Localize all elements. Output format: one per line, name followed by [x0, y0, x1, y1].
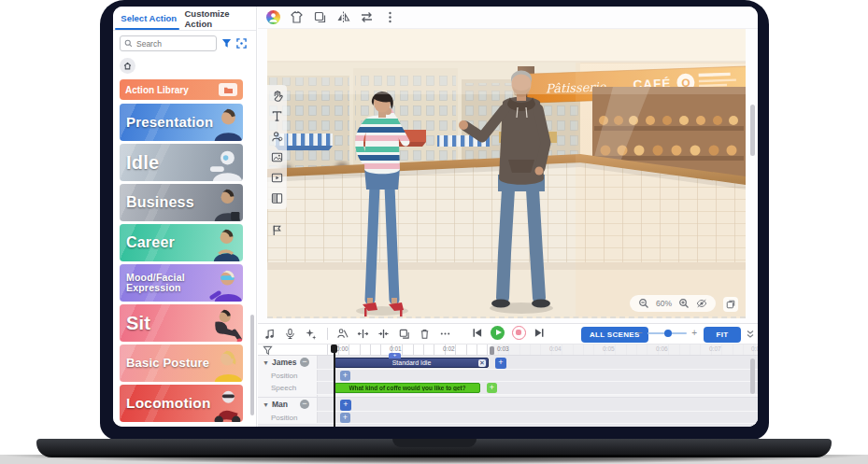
zoom-in-icon[interactable]: [678, 298, 690, 309]
tab-select-action[interactable]: Select Action: [113, 7, 185, 30]
search-input[interactable]: [120, 35, 217, 51]
timeline-scrollbar[interactable]: [750, 359, 755, 394]
fit-button[interactable]: FIT: [704, 327, 741, 343]
play-button[interactable]: [491, 326, 505, 340]
record-voice-icon[interactable]: [284, 328, 296, 340]
category-label: Presentation: [126, 115, 213, 129]
more-icon[interactable]: [383, 10, 397, 24]
chevron-down-icon[interactable]: ▼: [263, 401, 269, 408]
sidebar-scrollbar[interactable]: [250, 315, 254, 415]
chevron-down-icon[interactable]: ▼: [263, 359, 269, 366]
outfit-icon[interactable]: [290, 10, 304, 24]
ruler-label: 0:03: [497, 345, 509, 352]
more-tools-icon[interactable]: [439, 328, 451, 340]
focus-icon[interactable]: [236, 38, 247, 49]
slider-handle[interactable]: [664, 330, 672, 337]
subtrack-name: Position: [271, 372, 297, 380]
add-action-button[interactable]: +: [340, 400, 351, 411]
image-tool-icon[interactable]: [271, 151, 283, 163]
skip-start-icon[interactable]: [471, 327, 483, 339]
scene-viewport: Pâtisserie CAFÉ Q: [258, 7, 758, 323]
effects-icon[interactable]: [305, 328, 317, 340]
action-library-label: Action Library: [125, 85, 219, 95]
viewport-scrollbar[interactable]: [750, 105, 755, 156]
category-basic-posture[interactable]: Basic Posture: [120, 344, 243, 382]
track-filter-icon[interactable]: [263, 345, 273, 356]
category-career[interactable]: Career: [120, 224, 243, 261]
character-tool-icon[interactable]: [271, 131, 283, 143]
playhead-handle[interactable]: [331, 344, 337, 353]
speech-block[interactable]: What kind of coffe would you like to get…: [334, 383, 480, 393]
duplicate-clip-icon[interactable]: [398, 328, 410, 340]
hide-ui-eye-icon[interactable]: [696, 298, 707, 309]
category-label: Mood/Facial Expression: [126, 273, 236, 292]
stop-button[interactable]: [512, 326, 526, 340]
marker-tool[interactable]: [271, 223, 283, 240]
split-screen-tool-icon[interactable]: [271, 192, 283, 204]
home-icon: [123, 62, 132, 70]
action-block[interactable]: Standard Idle ✕: [334, 358, 489, 368]
folder-icon[interactable]: [219, 83, 237, 96]
action-library-header[interactable]: Action Library: [120, 79, 243, 100]
category-presentation[interactable]: Presentation: [120, 104, 243, 141]
add-position-button[interactable]: +: [340, 413, 350, 423]
scene-end-marker[interactable]: [490, 346, 494, 355]
delete-icon[interactable]: [419, 328, 431, 340]
scene-canvas[interactable]: Pâtisserie CAFÉ Q: [267, 29, 746, 318]
audio-icon[interactable]: [263, 328, 276, 340]
ruler-label: 0:04: [549, 345, 562, 352]
subtrack-name: Position: [271, 414, 297, 422]
duplicate-icon[interactable]: [313, 10, 327, 24]
zoom-plus[interactable]: +: [691, 328, 697, 338]
zoom-minus[interactable]: −: [637, 328, 643, 338]
category-sit[interactable]: Sit: [120, 304, 243, 342]
minus-circle-icon[interactable]: −: [300, 400, 309, 409]
category-business[interactable]: Business: [120, 184, 243, 221]
hand-tool-icon[interactable]: [271, 90, 283, 102]
app-window: Select Action Customize Action Action Li…: [113, 7, 758, 427]
trim-end-icon[interactable]: [377, 328, 390, 340]
add-position-button[interactable]: +: [340, 371, 350, 381]
filter-icon[interactable]: [221, 38, 232, 49]
add-above-block-button[interactable]: +: [389, 353, 401, 359]
ruler-label: 0:06: [656, 345, 668, 352]
timeline-panel: ALL SCENES − + FIT 0:00 0:01 0:02 0:03 0…: [258, 323, 758, 427]
trim-start-icon[interactable]: [357, 328, 369, 340]
remove-block-icon[interactable]: ✕: [478, 359, 486, 367]
category-figure: [201, 188, 242, 221]
transport-controls: [471, 326, 546, 340]
tab-customize-action[interactable]: Customize Action: [185, 7, 257, 30]
swap-icon[interactable]: [360, 10, 374, 24]
mute-action-icon[interactable]: [336, 328, 349, 340]
category-mood-facial-expression[interactable]: Mood/Facial Expression: [120, 264, 243, 302]
category-label: Idle: [126, 153, 159, 172]
sidebar-tabs: Select Action Customize Action: [113, 7, 256, 31]
scene-tool-strip: [267, 85, 287, 209]
laptop-shadow: [0, 455, 868, 464]
tab-label: Customize Action: [185, 8, 257, 29]
skip-end-icon[interactable]: [534, 327, 546, 339]
character-color-icon[interactable]: [266, 10, 280, 24]
zoom-out-icon[interactable]: [638, 298, 649, 309]
collapse-timeline-icon[interactable]: [745, 329, 756, 340]
slider-track[interactable]: [647, 332, 687, 334]
video-tool-icon[interactable]: [271, 172, 283, 184]
category-idle[interactable]: Idle: [120, 144, 243, 181]
category-figure: [201, 228, 242, 261]
add-action-button[interactable]: +: [495, 358, 506, 369]
viewport-zoom-bar: 60%: [630, 295, 716, 312]
laptop-mockup: Select Action Customize Action Action Li…: [0, 0, 868, 464]
zoom-level-value: 60%: [656, 299, 672, 308]
search-field[interactable]: [136, 39, 211, 49]
category-figure: [201, 148, 242, 181]
minus-circle-icon[interactable]: −: [300, 358, 309, 367]
toolbar-divider: [327, 328, 328, 340]
home-button[interactable]: [120, 58, 135, 74]
marker-flag-icon: [271, 224, 283, 236]
text-tool-icon[interactable]: [271, 110, 283, 122]
flip-horizontal-icon[interactable]: [336, 10, 350, 24]
snapshot-frame-button[interactable]: [723, 297, 738, 312]
track-name: Man: [272, 400, 288, 409]
category-locomotion[interactable]: Locomotion: [120, 385, 243, 422]
add-speech-button[interactable]: +: [487, 383, 497, 393]
